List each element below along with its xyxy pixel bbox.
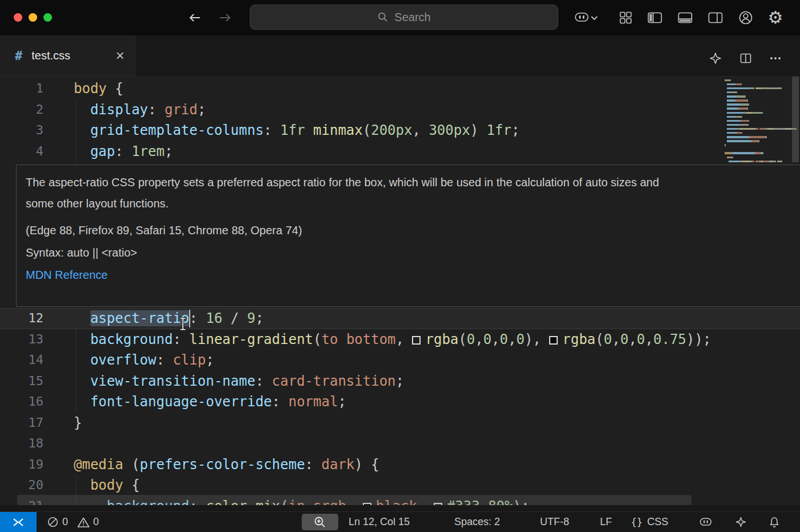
minimap-line bbox=[725, 127, 797, 131]
sparkle-status-button[interactable] bbox=[735, 512, 747, 532]
code-token: clip bbox=[173, 352, 206, 368]
color-swatch[interactable] bbox=[412, 336, 421, 345]
horizontal-scrollbar[interactable] bbox=[17, 495, 691, 505]
tab-label: test.css bbox=[31, 49, 70, 62]
code-token: display bbox=[90, 102, 148, 118]
toggle-panel-button[interactable] bbox=[674, 6, 697, 29]
toggle-secondary-sidebar-button[interactable] bbox=[704, 6, 727, 29]
indentation-button[interactable]: Spaces: 2 bbox=[454, 512, 500, 532]
remote-icon bbox=[11, 517, 25, 528]
command-center-search[interactable]: Search bbox=[250, 5, 558, 30]
navigate-forward-button[interactable] bbox=[214, 6, 237, 29]
copilot-icon bbox=[573, 10, 590, 25]
code-token: 0 bbox=[637, 331, 645, 347]
code-line[interactable]: 12 aspect-ratio: 16 / 9; bbox=[0, 308, 800, 329]
tab-test-css[interactable]: # test.css × bbox=[0, 35, 136, 76]
language-label: CSS bbox=[647, 516, 668, 528]
navigate-back-button[interactable] bbox=[183, 6, 206, 29]
error-icon bbox=[47, 516, 59, 528]
arrow-left-icon bbox=[187, 10, 203, 26]
code-line[interactable]: 3 grid-template-columns: 1fr minmax(200p… bbox=[0, 120, 800, 141]
hover-tooltip: The aspect-ratio CSS property sets a pre… bbox=[16, 165, 800, 307]
split-editor-button[interactable] bbox=[735, 48, 756, 69]
copilot-status-button[interactable] bbox=[698, 512, 713, 532]
vscode-window: Search ⚙ # test.css × bbox=[0, 0, 800, 532]
encoding-button[interactable]: UTF-8 bbox=[540, 512, 569, 532]
text-caret bbox=[189, 310, 190, 327]
editor-actions-more-button[interactable] bbox=[765, 48, 786, 69]
copilot-sparkle-button[interactable] bbox=[705, 48, 726, 69]
braces-icon: {} bbox=[631, 517, 642, 528]
code-token: rgba bbox=[562, 331, 595, 347]
copilot-menu-button[interactable] bbox=[567, 6, 605, 29]
window-maximize-button[interactable] bbox=[43, 13, 52, 22]
notifications-bell-button[interactable] bbox=[768, 512, 781, 532]
code-token: gap bbox=[90, 143, 115, 159]
code-line[interactable]: 17} bbox=[0, 413, 800, 434]
code-text: body { bbox=[74, 475, 140, 496]
code-token: ) { bbox=[354, 457, 379, 473]
code-token: 0 bbox=[500, 331, 508, 347]
code-line[interactable]: 15 view-transition-name: card-transition… bbox=[0, 371, 800, 392]
sparkle-icon bbox=[709, 51, 722, 65]
zoom-in-icon bbox=[313, 515, 327, 529]
color-swatch[interactable] bbox=[549, 336, 558, 345]
remote-indicator-button[interactable] bbox=[0, 512, 37, 532]
code-token: 0.75 bbox=[653, 331, 686, 347]
code-line[interactable]: 19@media (prefers-color-scheme: dark) { bbox=[0, 454, 800, 475]
language-mode-button[interactable]: {} CSS bbox=[631, 512, 669, 532]
code-line[interactable]: 18 bbox=[0, 433, 800, 454]
layout-grid-icon bbox=[618, 10, 633, 25]
account-button[interactable] bbox=[734, 6, 757, 29]
code-token bbox=[74, 102, 90, 118]
problems-button[interactable]: 0 0 bbox=[47, 512, 99, 532]
code-token: linear-gradient bbox=[189, 331, 313, 347]
zoom-button[interactable] bbox=[302, 514, 338, 530]
customize-layout-button[interactable] bbox=[614, 6, 637, 29]
code-token: ( bbox=[313, 331, 321, 347]
code-token: ; bbox=[338, 394, 346, 410]
code-token: background bbox=[90, 331, 173, 347]
warning-count: 0 bbox=[93, 516, 99, 528]
code-token: grid-template-columns bbox=[90, 122, 263, 138]
code-line[interactable]: 20 body { bbox=[0, 475, 800, 496]
code-token: 1fr bbox=[487, 122, 511, 138]
code-line[interactable]: 1body { bbox=[0, 78, 800, 99]
window-close-button[interactable] bbox=[14, 13, 22, 22]
code-token: view-transition-name bbox=[90, 373, 255, 389]
window-minimize-button[interactable] bbox=[29, 13, 37, 22]
account-icon bbox=[738, 10, 754, 26]
minimap-line bbox=[725, 103, 797, 107]
code-token: bottom bbox=[346, 331, 396, 347]
code-line[interactable]: 16 font-language-override: normal; bbox=[0, 391, 800, 413]
minimap-line bbox=[725, 143, 797, 147]
minimap-line bbox=[725, 82, 797, 86]
arrow-right-icon bbox=[217, 10, 233, 26]
code-token bbox=[305, 122, 313, 138]
code-token: , bbox=[508, 331, 516, 347]
code-line[interactable]: 14 overflow: clip; bbox=[0, 350, 800, 371]
gear-icon: ⚙ bbox=[768, 9, 783, 26]
eol-button[interactable]: LF bbox=[600, 512, 612, 532]
code-token bbox=[338, 331, 346, 347]
minimap-line bbox=[725, 151, 797, 155]
bell-icon bbox=[768, 516, 781, 529]
code-line[interactable]: 13 background: linear-gradient(to bottom… bbox=[0, 329, 800, 350]
code-token: : bbox=[255, 373, 272, 389]
code-line[interactable]: 4 gap: 1rem; bbox=[0, 141, 800, 162]
tab-close-button[interactable]: × bbox=[111, 47, 129, 65]
code-text: font-language-override: normal; bbox=[74, 391, 346, 413]
settings-button[interactable]: ⚙ bbox=[764, 6, 787, 29]
line-number: 15 bbox=[0, 371, 43, 392]
toggle-primary-sidebar-button[interactable] bbox=[643, 6, 666, 29]
tooltip-syntax: Syntax: auto || <ratio> bbox=[26, 246, 789, 259]
code-token: ( bbox=[458, 331, 466, 347]
mdn-reference-link[interactable]: MDN Reference bbox=[26, 269, 107, 282]
code-token: , bbox=[612, 331, 620, 347]
line-number: 12 bbox=[0, 308, 43, 329]
code-line[interactable]: 2 display: grid; bbox=[0, 99, 800, 121]
minimap-line bbox=[725, 123, 797, 127]
vertical-scrollbar[interactable] bbox=[792, 77, 799, 162]
code-text: display: grid; bbox=[74, 99, 206, 121]
cursor-position-button[interactable]: Ln 12, Col 15 bbox=[349, 512, 410, 532]
